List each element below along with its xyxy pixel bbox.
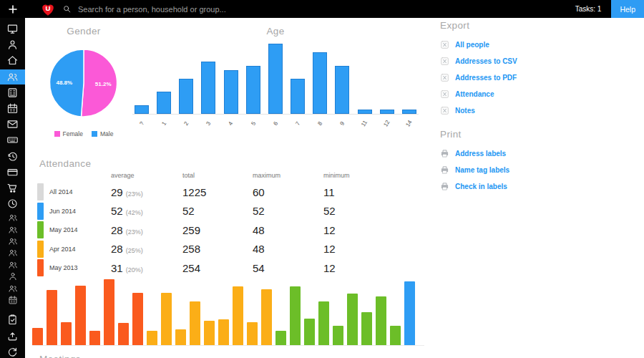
home-icon <box>6 54 19 67</box>
sidebar-item-envelope[interactable] <box>0 117 25 132</box>
sidebar-item-upload[interactable] <box>0 329 25 344</box>
meeting-bar <box>204 321 215 345</box>
sidebar-item-clipboard-check[interactable] <box>0 312 25 327</box>
sidebar-item-calendar[interactable] <box>0 101 25 116</box>
export-section-title: Export <box>440 20 583 31</box>
excel-file-icon <box>440 106 449 115</box>
attendance-row[interactable]: May 201428(23%)2594812 <box>32 221 424 240</box>
sidebar-item-keyboard[interactable] <box>0 132 25 147</box>
sidebar-item-person[interactable] <box>0 37 25 52</box>
sidebar-item-people[interactable] <box>0 247 25 258</box>
people-icon <box>8 236 18 246</box>
clock-icon <box>6 198 19 210</box>
meeting-bar <box>147 331 157 345</box>
total-value: 1225 <box>182 186 253 198</box>
monitor-icon <box>6 23 19 35</box>
legend-item-female: Female <box>54 130 83 137</box>
printer-icon <box>440 149 449 158</box>
link-label: Addresses to PDF <box>455 74 517 82</box>
age-bar <box>313 52 327 114</box>
pie-label-male: 48.8% <box>56 79 72 86</box>
calendar-icon <box>6 102 19 115</box>
sidebar-item-calendar[interactable] <box>0 294 25 306</box>
legend-label-female: Female <box>63 130 83 137</box>
pie-label-female: 51.2% <box>95 81 112 87</box>
age-tick-label: 2 <box>179 117 193 127</box>
sidebar-item-people[interactable] <box>0 224 25 236</box>
add-button[interactable] <box>0 4 25 15</box>
minimum-value: 52 <box>323 205 424 217</box>
meeting-bar <box>361 312 372 345</box>
export-link[interactable]: Attendance <box>440 87 583 101</box>
sidebar-item-people[interactable] <box>0 283 25 294</box>
meeting-bar <box>161 293 172 345</box>
print-link[interactable]: Name tag labels <box>440 163 583 177</box>
export-link[interactable]: Notes <box>440 104 583 117</box>
average-value: 29(23%) <box>111 186 182 198</box>
row-label: May 2014 <box>49 226 78 233</box>
search-input[interactable] <box>77 4 380 14</box>
print-link[interactable]: Address labels <box>440 147 583 160</box>
age-tick-label: 7 <box>291 117 305 127</box>
age-tick-label: 1 <box>157 117 171 127</box>
age-bar <box>157 92 171 114</box>
average-percent: (23%) <box>126 228 143 236</box>
attendance-table-header: averagetotalmaximumminimum <box>32 172 424 179</box>
history-icon <box>6 150 19 163</box>
meeting-bar <box>75 286 86 346</box>
keypad-icon <box>6 87 19 99</box>
sidebar-item-people[interactable] <box>0 236 25 247</box>
sidebar-item-history[interactable] <box>0 149 25 164</box>
excel-file-icon <box>440 40 449 49</box>
age-tick-label: 11 <box>358 117 372 127</box>
app-logo[interactable]: U <box>40 1 56 17</box>
maximum-value: 52 <box>253 205 323 217</box>
meeting-bar <box>218 319 229 345</box>
attendance-row[interactable]: Jun 201452(42%)525252 <box>32 202 424 221</box>
link-label: Addresses to CSV <box>455 57 517 65</box>
meeting-bar <box>61 322 72 345</box>
attendance-row[interactable]: All 201429(23%)12256011 <box>32 183 424 202</box>
age-axis-labels: ?123456789111214 <box>132 117 419 127</box>
export-link[interactable]: Addresses to PDF <box>440 71 583 84</box>
plus-icon <box>7 4 19 15</box>
sidebar-item-keypad[interactable] <box>0 85 25 100</box>
sidebar-item-clock[interactable] <box>0 196 25 211</box>
tasks-counter[interactable]: Tasks: 1 <box>575 5 602 13</box>
average-percent: (20%) <box>126 266 143 274</box>
people-icon <box>8 213 18 223</box>
sidebar-item-credit-card[interactable] <box>0 165 25 180</box>
sidebar-item-refresh[interactable] <box>0 344 25 358</box>
export-link[interactable]: Addresses to CSV <box>440 54 583 68</box>
average-value: 28(25%) <box>111 243 182 255</box>
sidebar-item-monitor[interactable] <box>0 21 25 37</box>
meeting-bar <box>118 323 129 345</box>
row-label: Jun 2014 <box>49 208 76 215</box>
upload-icon <box>6 330 19 342</box>
sidebar-item-cart[interactable] <box>0 180 25 195</box>
sidebar-item-people[interactable] <box>0 259 25 271</box>
age-bar-chart <box>132 43 419 115</box>
clipboard-check-icon <box>6 314 19 326</box>
export-links: All peopleAddresses to CSVAddresses to P… <box>440 38 583 117</box>
age-bar <box>224 70 238 114</box>
sidebar-item-people[interactable] <box>0 212 25 223</box>
attendance-row[interactable]: May 201331(20%)2545412 <box>32 258 424 278</box>
total-value: 259 <box>182 224 253 236</box>
sidebar-item-people[interactable] <box>0 69 25 84</box>
age-tick-label: 4 <box>224 117 238 127</box>
export-link[interactable]: All people <box>440 38 583 52</box>
excel-file-icon <box>440 57 449 66</box>
age-bar <box>380 110 394 114</box>
excel-file-icon <box>440 90 449 99</box>
age-bar <box>358 110 372 114</box>
help-button[interactable]: Help <box>611 0 644 18</box>
logo-letter: U <box>46 4 51 12</box>
sidebar-item-person[interactable] <box>0 271 25 282</box>
age-tick-label: 8 <box>313 117 327 127</box>
meeting-bar <box>233 286 243 345</box>
meeting-bar <box>275 331 286 345</box>
attendance-row[interactable]: Apr 201428(25%)2584812 <box>32 240 424 259</box>
print-link[interactable]: Check in labels <box>440 180 583 193</box>
sidebar-item-home[interactable] <box>0 53 25 68</box>
